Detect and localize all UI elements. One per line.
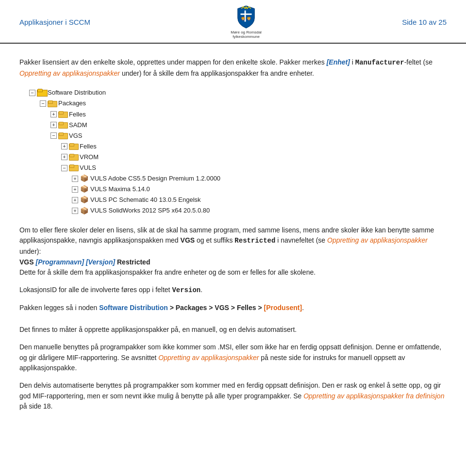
para4-text3: > [207, 304, 215, 312]
tree-toggle-adobe[interactable]: + [72, 176, 78, 182]
tree-toggle-sadm[interactable]: + [50, 122, 57, 128]
tree-label-felles1: Felles [69, 109, 86, 120]
tree-node-felles2: + Felles [61, 141, 447, 152]
tree-toggle-sd[interactable]: − [29, 90, 35, 96]
para1-text: Pakker lisensiert av den enkelte skole, … [19, 58, 327, 66]
tree-label-solidworks: VULS SolidWorks 2012 SP5 x64 20.5.0.80 [90, 205, 210, 216]
para4-text2: > [168, 304, 176, 312]
tree-view: − Software Distribution − Packages + Fel… [29, 87, 447, 216]
package-icon-adobe: 📦 [80, 175, 88, 182]
svg-text:🦁: 🦁 [241, 16, 246, 21]
para4-text4: > [229, 304, 237, 312]
para4-text1: Pakken legges så i noden [19, 304, 99, 312]
para2-text3: i navnefeltet ( [275, 236, 318, 244]
para4-vgs: VGS [215, 304, 229, 312]
tree-node-software-distribution: − Software Distribution [29, 87, 447, 98]
tree-label-vuls: VULS [80, 163, 96, 173]
tree-toggle-packages[interactable]: − [40, 100, 46, 107]
folder-icon-sd [37, 89, 46, 97]
para4-text6: . [302, 304, 304, 312]
tree-label-adobe: VULS Adobe CS5.5 Design Premium 1.2.0000 [90, 173, 220, 184]
para3-text2: . [200, 286, 202, 294]
para1-rest: -feltet ( [404, 58, 426, 66]
folder-icon-felles2 [69, 143, 78, 150]
para7-text2: på side 18. [19, 402, 53, 410]
folder-icon-packages [48, 100, 56, 108]
para3-text1: LokasjonsID for alle de involverte føres… [19, 286, 172, 294]
tree-node-felles1: + Felles [50, 109, 447, 120]
tree-node-sadm: + SADM [50, 120, 447, 131]
tree-toggle-felles1[interactable]: + [50, 111, 57, 117]
svg-text:🦁: 🦁 [247, 16, 251, 21]
tree-node-solidworks: + 📦 VULS SolidWorks 2012 SP5 x64 20.5.0.… [72, 205, 447, 216]
tree-label-vrom: VROM [80, 152, 99, 163]
folder-icon-sadm [58, 121, 67, 129]
para1-manufacturer: Manufacturer [355, 59, 404, 66]
para1-oppretting: Oppretting av applikasjonspakker [19, 69, 120, 77]
header-title-right: Side 10 av 25 [402, 18, 447, 26]
folder-icon-vrom [69, 153, 78, 161]
tree-node-maxima: + 📦 VULS Maxima 5.14.0 [72, 184, 447, 195]
tree-toggle-felles2[interactable]: + [61, 143, 67, 149]
para3-version: Version [172, 286, 200, 294]
para6-oppretting: Oppretting av applikasjonspakker [158, 354, 259, 361]
tree-toggle-solidworks[interactable]: + [72, 208, 78, 214]
folder-icon-vgs [58, 132, 67, 140]
paragraph-2: Om to eller flere skoler deler en lisens… [19, 225, 447, 278]
tree-node-pcschematic: + 📦 VULS PC Schematic 40 13.0.5 Engelsk [72, 195, 447, 205]
tree-label-packages: Packages [58, 98, 86, 109]
para2-se: se [318, 236, 327, 244]
para2-oppretting: Oppretting av applikasjonspakker [327, 236, 428, 244]
para1-under: under) for å skille dem fra applikasjons… [120, 69, 314, 77]
logo-icon: 🦁 🦁 [235, 5, 257, 29]
folder-icon-felles1 [58, 111, 67, 118]
para4-packages: Packages [176, 304, 207, 312]
para2-example-vgs: VGS [19, 258, 34, 266]
folder-icon-vuls [69, 164, 78, 172]
paragraph-3: LokasjonsID for alle de involverte føres… [19, 285, 447, 296]
para4-softdist: Software Distribution [99, 304, 168, 312]
para4-produsent: [Produsent] [264, 304, 302, 312]
tree-toggle-pcschematic[interactable]: + [72, 197, 78, 203]
para2-text4: Dette for å skille dem fra applikasjonsp… [19, 268, 316, 276]
tree-node-vuls: − VULS [61, 163, 447, 173]
paragraph-6: Den manuelle benyttes på programpakker s… [19, 342, 447, 374]
logo-text: Møre og Romsdalfylkeskommune [231, 30, 262, 39]
tree-node-vrom: + VROM [61, 152, 447, 163]
para4-felles: Felles [237, 304, 256, 312]
para2-example-versjon: [Versjon] [84, 258, 115, 266]
para7-oppretting: Oppretting av applikasjonspakker fra def… [303, 392, 444, 400]
para1-enhet: [Enhet] [327, 58, 350, 66]
paragraph-5: Det finnes to måter å opprette applikasj… [19, 325, 447, 335]
paragraph-4: Pakken legges så i noden Software Distri… [19, 303, 447, 313]
tree-node-vgs: − VGS [50, 131, 447, 141]
tree-toggle-vgs[interactable]: − [50, 132, 57, 139]
header-logo: 🦁 🦁 Møre og Romsdalfylkeskommune [231, 5, 262, 39]
tree-label-felles2: Felles [80, 141, 97, 152]
tree-node-adobe: + 📦 VULS Adobe CS5.5 Design Premium 1.2.… [72, 173, 447, 184]
para5-text: Det finnes to måter å opprette applikasj… [19, 326, 297, 333]
header-title-left: Applikasjoner i SCCM [19, 18, 90, 26]
tree-label-vgs: VGS [69, 131, 82, 141]
tree-label-maxima: VULS Maxima 5.14.0 [90, 184, 150, 195]
para1-se: se [425, 58, 433, 66]
tree-toggle-vrom[interactable]: + [61, 154, 67, 160]
para4-text5: > [256, 304, 264, 312]
para1-mid: i [350, 58, 355, 66]
tree-label-sadm: SADM [69, 120, 87, 131]
page-content: Pakker lisensiert av den enkelte skole, … [0, 44, 466, 433]
tree-label-pcschematic: VULS PC Schematic 40 13.0.5 Engelsk [90, 195, 201, 205]
paragraph-1: Pakker lisensiert av den enkelte skole, … [19, 57, 447, 79]
package-icon-solidworks: 📦 [80, 207, 88, 214]
para2-vgs: VGS [181, 236, 195, 244]
tree-node-packages: − Packages [40, 98, 447, 109]
tree-toggle-vuls[interactable]: − [61, 165, 67, 171]
package-icon-pcschematic: 📦 [80, 196, 88, 204]
para2-under: under): [19, 247, 41, 255]
para2-example-restricted: Restricted [115, 258, 150, 266]
para2-restricted: Restricted [234, 237, 275, 245]
tree-label-sd: Software Distribution [48, 87, 106, 98]
paragraph-7: Den delvis automatiserte benyttes på pro… [19, 380, 447, 412]
para2-example-programnavn: [Programnavn] [34, 258, 84, 266]
tree-toggle-maxima[interactable]: + [72, 186, 78, 193]
